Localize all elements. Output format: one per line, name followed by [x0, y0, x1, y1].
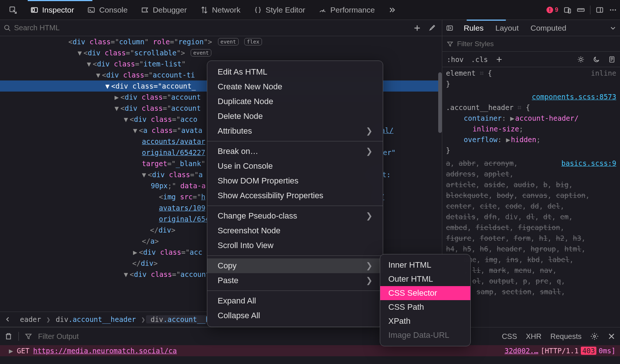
twisty-collapsed-icon[interactable]: ▶ — [115, 92, 120, 103]
submenu-outer-html[interactable]: Outer HTML — [380, 272, 470, 286]
tab-network[interactable]: Network — [194, 3, 246, 17]
twisty-expanded-icon[interactable]: ▼ — [133, 125, 139, 136]
twisty-expanded-icon[interactable]: ▼ — [142, 169, 148, 180]
chevron-right-icon: ❯ — [366, 126, 372, 136]
print-media-icon[interactable] — [608, 56, 616, 63]
http-method: GET — [17, 347, 29, 355]
light-mode-icon[interactable] — [577, 56, 585, 63]
hov-toggle[interactable]: :hov — [447, 55, 464, 63]
request-url[interactable]: https://media.neuromatch.social/ca — [33, 347, 177, 355]
menu-change-pseudo-class[interactable]: Change Pseudo-class❯ — [207, 209, 383, 223]
twisty-expanded-icon[interactable]: ▼ — [124, 269, 130, 280]
menu-screenshot-node[interactable]: Screenshot Node — [207, 223, 383, 238]
console-message[interactable]: ▶ GET https://media.neuromatch.social/ca… — [0, 345, 620, 356]
menu-paste[interactable]: Paste❯ — [207, 273, 383, 288]
menu-attributes[interactable]: Attributes❯ — [207, 124, 383, 138]
menu-create-new-node[interactable]: Create New Node — [207, 79, 383, 94]
submenu-css-path[interactable]: CSS Path — [380, 300, 470, 314]
menu-duplicate-node[interactable]: Duplicate Node — [207, 94, 383, 109]
svg-point-11 — [5, 25, 9, 30]
submenu-inner-html[interactable]: Inner HTML — [380, 258, 470, 272]
submenu-xpath[interactable]: XPath — [380, 314, 470, 328]
status-code: 403 — [581, 347, 596, 355]
menu-delete-node[interactable]: Delete Node — [207, 109, 383, 124]
dom-node[interactable]: ▼<div class="scrollable"> event — [0, 47, 442, 58]
more-options-icon[interactable] — [609, 6, 617, 14]
error-count[interactable]: ! 9 — [546, 7, 558, 13]
menu-separator — [207, 141, 383, 141]
menu-use-in-console[interactable]: Use in Console — [207, 159, 383, 174]
scrollbar-thumb[interactable] — [438, 72, 442, 133]
tab-style-editor[interactable]: Style Editor — [248, 3, 311, 17]
sidebar-toggle-icon[interactable] — [446, 24, 453, 32]
breadcrumb-item[interactable]: eader — [16, 315, 45, 323]
pick-element-button[interactable] — [3, 4, 23, 16]
chevron-down-icon[interactable] — [610, 25, 616, 31]
tab-computed[interactable]: Computed — [529, 21, 568, 35]
twisty-expanded-icon[interactable]: ▼ — [105, 80, 111, 92]
dom-node[interactable]: <div class="column" role="region"> event… — [0, 36, 442, 47]
tab-inspector[interactable]: Inspector — [24, 3, 80, 17]
menu-break-on[interactable]: Break on…❯ — [207, 144, 383, 159]
close-icon[interactable] — [607, 332, 616, 341]
event-badge[interactable]: event — [191, 49, 211, 56]
menu-edit-as-html[interactable]: Edit As HTML — [207, 65, 383, 79]
chevron-right-icon: ❯ — [366, 147, 372, 156]
error-count-value: 9 — [555, 7, 558, 13]
twisty-expanded-icon[interactable]: ▼ — [78, 47, 84, 58]
active-tab-indicator — [28, 0, 92, 1]
menu-show-accessibility[interactable]: Show Accessibility Properties — [207, 188, 383, 203]
tab-layout[interactable]: Layout — [494, 21, 520, 35]
menu-separator — [207, 206, 383, 206]
twisty-expanded-icon[interactable]: ▼ — [124, 114, 130, 125]
add-node-icon[interactable] — [413, 24, 421, 32]
css-property[interactable]: container: ▶account-header/ — [446, 113, 616, 124]
eyedropper-icon[interactable] — [428, 24, 436, 32]
twisty-expanded-icon[interactable]: ▼ — [115, 103, 120, 114]
css-property[interactable]: overflow: ▶hidden; — [446, 134, 616, 145]
tab-console[interactable]: Console — [81, 3, 133, 17]
filter-xhr[interactable]: XHR — [526, 332, 541, 341]
chevron-right-icon: ❯ — [366, 276, 372, 285]
rule-source-link[interactable]: components.scss:8573 — [532, 92, 616, 102]
breadcrumb-item[interactable]: div.account__header — [51, 315, 140, 323]
cls-toggle[interactable]: .cls — [471, 55, 488, 63]
dark-mode-icon[interactable] — [593, 56, 600, 63]
devtools-toolbar: Inspector Console Debugger Network Style… — [0, 0, 620, 20]
tab-debugger[interactable]: Debugger — [135, 3, 193, 17]
clear-console-icon[interactable] — [4, 332, 13, 340]
filter-requests[interactable]: Requests — [551, 332, 582, 341]
tab-rules[interactable]: Rules — [462, 21, 485, 35]
rule-source: inline — [591, 68, 616, 79]
menu-show-dom-properties[interactable]: Show DOM Properties — [207, 174, 383, 188]
menu-expand-all[interactable]: Expand All — [207, 293, 383, 308]
ruler-icon[interactable] — [577, 6, 585, 14]
menu-collapse-all[interactable]: Collapse All — [207, 308, 383, 323]
submenu-css-selector[interactable]: CSS Selector — [380, 286, 470, 300]
filter-css[interactable]: CSS — [502, 332, 517, 341]
svg-point-15 — [593, 335, 596, 337]
rules-tabs: Rules Layout Computed — [442, 20, 620, 36]
menu-copy[interactable]: Copy❯ — [207, 258, 383, 273]
active-tab-indicator — [467, 20, 506, 21]
responsive-design-icon[interactable] — [563, 6, 572, 14]
twisty-collapsed-icon[interactable]: ▶ — [133, 247, 139, 258]
html-search-input[interactable] — [14, 24, 410, 32]
tab-style-editor-label: Style Editor — [266, 6, 305, 14]
dock-side-icon[interactable] — [596, 6, 604, 14]
filter-styles-input[interactable] — [457, 40, 616, 48]
menu-scroll-into-view[interactable]: Scroll Into View — [207, 238, 383, 253]
rule-source-link[interactable]: basics.scss:9 — [561, 158, 616, 169]
source-link[interactable]: 32d002.… — [504, 347, 538, 355]
tab-overflow-button[interactable] — [382, 4, 402, 16]
twisty-expanded-icon[interactable]: ▼ — [96, 69, 102, 80]
breadcrumb-prev-button[interactable] — [0, 316, 16, 323]
twisty-expanded-icon[interactable]: ▼ — [87, 58, 93, 69]
tab-performance[interactable]: Performance — [313, 3, 381, 17]
add-rule-icon[interactable] — [495, 56, 503, 63]
twisty-collapsed-icon[interactable]: ▶ — [9, 347, 13, 355]
svg-point-8 — [610, 9, 612, 11]
flex-badge[interactable]: flex — [244, 38, 262, 45]
event-badge[interactable]: event — [218, 38, 239, 45]
console-settings-icon[interactable] — [590, 332, 599, 341]
